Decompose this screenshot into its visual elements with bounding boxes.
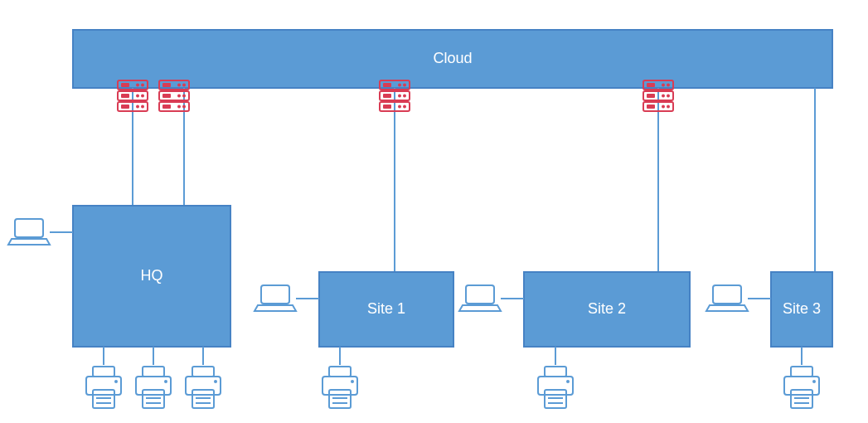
- site-label-site2: Site 2: [588, 300, 626, 317]
- printer-icon: [538, 367, 573, 408]
- printer-icon: [186, 367, 221, 408]
- site-label-hq: HQ: [141, 267, 163, 284]
- printer-icon: [86, 367, 121, 408]
- printer-icon: [322, 367, 357, 408]
- svg-text:Cloud: Cloud: [433, 50, 472, 66]
- laptop-icon: [255, 285, 296, 311]
- svg-text:Site 2: Site 2: [588, 300, 626, 317]
- cloud-label: Cloud: [433, 50, 472, 66]
- svg-text:HQ: HQ: [141, 267, 163, 284]
- svg-text:Site 1: Site 1: [367, 300, 405, 317]
- printer-icon: [784, 367, 819, 408]
- site-label-site1: Site 1: [367, 300, 405, 317]
- site-label-site3: Site 3: [783, 300, 821, 317]
- printer-icon: [136, 367, 171, 408]
- svg-text:Site 3: Site 3: [783, 300, 821, 317]
- laptop-icon: [459, 285, 501, 311]
- laptop-icon: [8, 219, 50, 245]
- laptop-icon: [706, 285, 748, 311]
